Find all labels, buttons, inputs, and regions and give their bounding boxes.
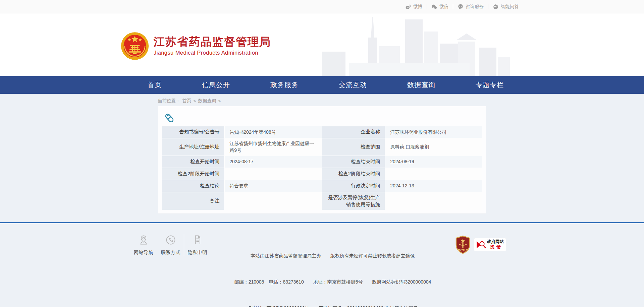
table-row: 生产地址/注册地址 江苏省扬州市扬州生物健康产业园健康一路9号 检查范围 原料药… [162, 138, 482, 156]
nav-item-interaction[interactable]: 交流互动 [339, 80, 367, 89]
breadcrumb-separator: > [194, 99, 196, 104]
site-header: 江苏省药品监督管理局 Jiangsu Medical Products Admi… [0, 13, 644, 76]
consult-icon [458, 4, 464, 10]
footer-line-host: 本站由江苏省药品监督管理局主办 版权所有未经许可禁止转载或者建立镜像 [215, 251, 450, 260]
site-title: 江苏省药品监督管理局 [154, 36, 271, 48]
label-production-address: 生产地址/注册地址 [162, 138, 224, 156]
value-inspection-scope: 原料药,口服溶液剂 [385, 138, 482, 156]
value-suspension-measures [385, 192, 482, 210]
weibo-icon [405, 4, 411, 10]
nav-item-special-columns[interactable]: 专题专栏 [476, 80, 504, 89]
site-subtitle: Jiangsu Medical Products Administration [154, 50, 271, 56]
privacy-doc-icon [192, 235, 203, 245]
breadcrumb-separator: > [218, 99, 221, 104]
wechat-link[interactable]: 微信 [427, 4, 453, 10]
nav-item-gov-services[interactable]: 政务服务 [270, 80, 299, 89]
label-inspection-conclusion: 检查结论 [162, 180, 224, 192]
breadcrumb-link-home[interactable]: 首页 [182, 98, 192, 104]
consult-service-link[interactable]: 咨询服务 [453, 4, 488, 10]
detail-panel: 告知书编号/公告号 告知书2024年第408号 企业名称 江苏联环药业股份有限公… [158, 106, 486, 214]
site-logo[interactable]: 江苏省药品监督管理局 Jiangsu Medical Products Admi… [121, 32, 271, 60]
wechat-label: 微信 [439, 4, 448, 10]
label-inspection-start: 检查开始时间 [162, 156, 224, 168]
breadcrumb: 当前位置： 首页 > 数据查询 > [158, 96, 486, 106]
smart-qa-icon [493, 4, 499, 10]
footer-link-sitemap[interactable]: 网站导航 [130, 234, 157, 256]
label-company-name: 企业名称 [322, 126, 385, 138]
table-row: 检查结论 符合要求 行政决定时间 2024-12-13 [162, 180, 482, 192]
breadcrumb-prefix: 当前位置： [158, 98, 180, 104]
find-error-icon [476, 240, 487, 250]
label-remarks: 备注 [162, 192, 224, 210]
value-remarks [225, 192, 322, 210]
footer-line-icp: 备案号：苏ICP备09039606号 苏公网安备：32010602010488 … [215, 304, 450, 307]
pill-icon [164, 113, 174, 123]
label-suspension-measures: 是否涉及暂停(恢复)生产销售使用等措施 [322, 192, 385, 210]
value-notice-number: 告知书2024年第408号 [225, 126, 322, 138]
utility-bar: 微博 微信 咨询服务 [0, 0, 644, 13]
table-row: 告知书编号/公告号 告知书2024年第408号 企业名称 江苏联环药业股份有限公… [162, 126, 482, 138]
find-error-bottom-label: 找错 [490, 244, 503, 250]
value-inspection-end: 2024-08-19 [385, 156, 482, 168]
weibo-link[interactable]: 微博 [401, 4, 427, 10]
phone-icon [165, 235, 176, 245]
footer-link-privacy[interactable]: 隐私申明 [184, 234, 211, 256]
table-row: 检查2阶段开始时间 检查2阶段结束时间 [162, 168, 482, 180]
nav-item-data-query[interactable]: 数据查询 [407, 80, 435, 89]
table-row: 备注 是否涉及暂停(恢复)生产销售使用等措施 [162, 192, 482, 210]
nav-item-info-disclosure[interactable]: 信息公开 [202, 80, 230, 89]
table-row: 检查开始时间 2024-08-17 检查结束时间 2024-08-19 [162, 156, 482, 168]
site-footer: 网站导航 联系方式 [0, 223, 644, 307]
footer-link-contact[interactable]: 联系方式 [157, 234, 184, 256]
main-content: 当前位置： 首页 > 数据查询 > 告知书编号/公告号 告知书2024年第408… [0, 94, 644, 222]
footer-info: 本站由江苏省药品监督管理局主办 版权所有未经许可禁止转载或者建立镜像 邮编：21… [211, 234, 455, 307]
footer-link-sitemap-label: 网站导航 [132, 249, 155, 256]
party-gov-badge-label: 党政机关 [457, 249, 468, 252]
consult-service-label: 咨询服务 [466, 4, 484, 10]
weibo-label: 微博 [413, 4, 422, 10]
label-phase2-start: 检查2阶段开始时间 [162, 168, 224, 180]
main-nav: 首页 信息公开 政务服务 交流互动 数据查询 专题专栏 [0, 76, 644, 94]
label-phase2-end: 检查2阶段结束时间 [322, 168, 385, 180]
label-notice-number: 告知书编号/公告号 [162, 126, 224, 138]
smart-qa-label: 智能问答 [501, 4, 519, 10]
value-inspection-conclusion: 符合要求 [225, 180, 322, 192]
footer-link-contact-label: 联系方式 [159, 249, 182, 256]
value-production-address: 江苏省扬州市扬州生物健康产业园健康一路9号 [225, 138, 322, 156]
label-admin-decision-date: 行政决定时间 [322, 180, 385, 192]
smart-qa-link[interactable]: 智能问答 [488, 4, 523, 10]
label-inspection-end: 检查结束时间 [322, 156, 385, 168]
find-error-top-label: 政府网站 [487, 239, 504, 244]
value-company-name: 江苏联环药业股份有限公司 [385, 126, 482, 138]
value-inspection-start: 2024-08-17 [225, 156, 322, 168]
footer-link-privacy-label: 隐私申明 [186, 249, 209, 256]
value-phase2-end [385, 168, 482, 180]
inspection-detail-table: 告知书编号/公告号 告知书2024年第408号 企业名称 江苏联环药业股份有限公… [161, 126, 483, 210]
map-pin-icon [138, 235, 149, 245]
national-emblem-logo [121, 32, 149, 60]
value-admin-decision-date: 2024-12-13 [385, 180, 482, 192]
breadcrumb-link-data-query[interactable]: 数据查询 [198, 98, 216, 104]
find-error-badge[interactable]: 政府网站 找错 [474, 238, 506, 251]
party-gov-badge[interactable]: 党政机关 [455, 235, 471, 254]
label-inspection-scope: 检查范围 [322, 138, 385, 156]
footer-line-contact: 邮编：210008 电话：83273610 地址：南京市鼓楼街5号 政府网站标识… [215, 278, 450, 286]
value-phase2-start [225, 168, 322, 180]
wechat-icon [431, 4, 437, 10]
city-skyline-graphic [322, 14, 510, 76]
nav-item-home[interactable]: 首页 [148, 80, 162, 89]
